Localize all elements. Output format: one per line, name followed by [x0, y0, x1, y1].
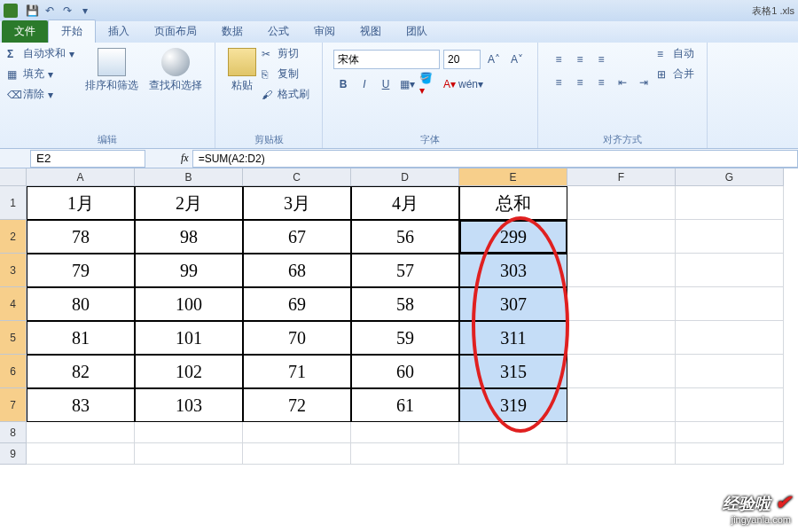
format-painter-button[interactable]: 格式刷 [262, 87, 309, 102]
cut-button[interactable]: 剪切 [262, 46, 309, 61]
tab-home[interactable]: 开始 [48, 20, 96, 43]
row-header[interactable]: 7 [0, 388, 27, 422]
cell[interactable] [676, 254, 784, 287]
cell[interactable]: 80 [27, 287, 135, 321]
cell[interactable] [567, 186, 676, 220]
cell[interactable] [567, 355, 676, 388]
cell[interactable]: 101 [135, 321, 243, 355]
sort-filter-button[interactable]: 排序和筛选 [80, 46, 144, 95]
indent-inc-button[interactable]: ⇥ [634, 73, 653, 92]
find-select-button[interactable]: 查找和选择 [144, 46, 207, 95]
cell[interactable]: 2月 [135, 186, 243, 220]
cell[interactable] [567, 321, 676, 355]
cell[interactable] [243, 443, 351, 465]
cell[interactable]: 69 [243, 287, 351, 321]
tab-team[interactable]: 团队 [394, 20, 440, 43]
row-header[interactable]: 1 [0, 186, 27, 220]
cell[interactable]: 82 [27, 355, 135, 388]
cell[interactable] [459, 422, 567, 443]
tab-view[interactable]: 视图 [348, 20, 394, 43]
cell[interactable]: 总和 [459, 186, 567, 220]
align-left-button[interactable]: ≡ [549, 73, 568, 92]
cell[interactable] [676, 287, 784, 321]
tab-review[interactable]: 审阅 [301, 20, 348, 43]
cell[interactable]: 83 [27, 388, 135, 422]
cell[interactable] [676, 321, 784, 355]
shrink-font-button[interactable]: A˅ [507, 50, 527, 69]
wrap-text-button[interactable]: 自动 [657, 46, 694, 61]
font-size-input[interactable] [443, 50, 481, 69]
cell[interactable]: 70 [243, 321, 351, 355]
font-color-button[interactable]: A▾ [440, 74, 459, 94]
align-right-button[interactable]: ≡ [591, 73, 611, 92]
cell[interactable] [567, 443, 676, 465]
row-header[interactable]: 6 [0, 355, 27, 388]
cell[interactable]: 68 [243, 254, 351, 287]
tab-file[interactable]: 文件 [2, 20, 48, 43]
cell[interactable]: 81 [27, 321, 135, 355]
cell[interactable]: 3月 [243, 186, 351, 220]
cell[interactable]: 103 [135, 388, 243, 422]
row-header[interactable]: 2 [0, 220, 27, 254]
cell[interactable] [243, 422, 351, 443]
autosum-button[interactable]: 自动求和 ▾ [7, 46, 74, 61]
col-header-B[interactable]: B [135, 168, 243, 186]
phonetic-button[interactable]: wén▾ [461, 74, 481, 94]
fx-icon[interactable]: fx [181, 152, 189, 165]
cell[interactable]: 98 [135, 220, 243, 254]
cell[interactable] [676, 422, 784, 443]
cell[interactable]: 72 [243, 388, 351, 422]
tab-layout[interactable]: 页面布局 [142, 20, 209, 43]
cell[interactable] [567, 220, 676, 254]
font-name-input[interactable] [333, 50, 440, 69]
cell[interactable] [567, 287, 676, 321]
col-header-A[interactable]: A [27, 168, 135, 186]
undo-icon[interactable]: ↶ [42, 3, 58, 19]
cell[interactable] [676, 355, 784, 388]
bold-button[interactable]: B [333, 74, 353, 94]
align-middle-button[interactable]: ≡ [570, 50, 590, 69]
fill-color-button[interactable]: 🪣▾ [419, 74, 438, 94]
underline-button[interactable]: U [376, 74, 395, 94]
cell[interactable] [27, 422, 135, 443]
border-button[interactable]: ▦▾ [397, 74, 417, 94]
cell[interactable] [351, 443, 459, 465]
tab-insert[interactable]: 插入 [96, 20, 142, 43]
grow-font-button[interactable]: A˄ [484, 50, 504, 69]
paste-button[interactable]: 粘贴 [223, 46, 262, 95]
row-header[interactable]: 8 [0, 422, 27, 443]
cell[interactable]: 299 [459, 220, 567, 254]
cell[interactable] [676, 220, 784, 254]
col-header-C[interactable]: C [243, 168, 351, 186]
cell[interactable]: 303 [459, 254, 567, 287]
row-header[interactable]: 3 [0, 254, 27, 287]
cell[interactable] [676, 186, 784, 220]
cell[interactable]: 60 [351, 355, 459, 388]
cell[interactable] [459, 443, 567, 465]
cell[interactable] [567, 422, 676, 443]
cell[interactable]: 57 [351, 254, 459, 287]
select-all-corner[interactable] [0, 168, 27, 186]
cell[interactable]: 311 [459, 321, 567, 355]
copy-button[interactable]: 复制 [262, 66, 309, 82]
cell[interactable] [135, 422, 243, 443]
formula-input[interactable]: =SUM(A2:D2) [192, 150, 798, 168]
row-header[interactable]: 9 [0, 443, 27, 465]
cell[interactable]: 58 [351, 287, 459, 321]
row-header[interactable]: 5 [0, 321, 27, 355]
cell[interactable] [135, 443, 243, 465]
spreadsheet-grid[interactable]: A B C D E F G 11月2月3月4月总和278986756299379… [0, 168, 798, 465]
cell[interactable]: 102 [135, 355, 243, 388]
italic-button[interactable]: I [355, 74, 374, 94]
merge-button[interactable]: 合并 [657, 66, 694, 82]
cell[interactable]: 1月 [27, 186, 135, 220]
cell[interactable]: 67 [243, 220, 351, 254]
qat-more-icon[interactable]: ▾ [77, 3, 93, 19]
cell[interactable] [567, 254, 676, 287]
clear-button[interactable]: 清除 ▾ [7, 87, 74, 102]
cell[interactable] [676, 443, 784, 465]
cell[interactable] [351, 422, 459, 443]
cell[interactable]: 315 [459, 355, 567, 388]
cell[interactable] [567, 388, 676, 422]
cell[interactable]: 319 [459, 388, 567, 422]
